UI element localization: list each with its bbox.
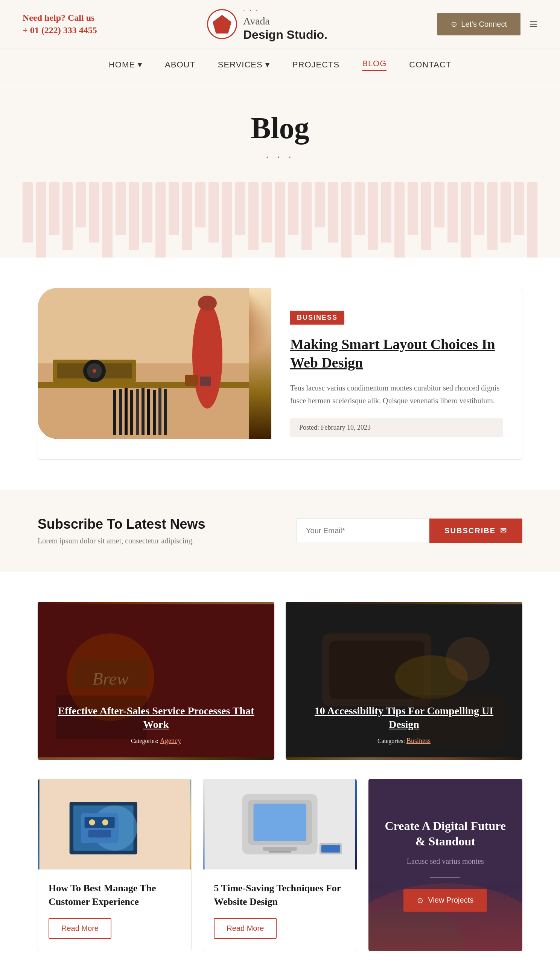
stripe	[261, 182, 272, 243]
stripe	[368, 182, 378, 250]
stripe	[222, 182, 232, 257]
stripe	[328, 182, 338, 243]
svg-point-41	[102, 819, 109, 826]
stripe	[461, 182, 471, 257]
page-title: Blog	[23, 111, 537, 145]
svg-point-17	[93, 369, 96, 373]
blog-card-2-content: 5 Time-Saving Techniques For Website Des…	[203, 870, 356, 951]
subscribe-button-label: SUBSCRIBE	[445, 526, 496, 535]
category-label-1: Categories:	[131, 738, 160, 744]
stripe	[195, 182, 206, 228]
cta-card: Create A Digital Future & Standout Lacus…	[368, 779, 523, 951]
stripe	[288, 182, 299, 235]
subscribe-text: Subscribe To Latest News Lorem ipsum dol…	[37, 516, 205, 545]
stripe	[62, 182, 73, 250]
stripe	[421, 182, 431, 250]
subscribe-section: Subscribe To Latest News Lorem ipsum dol…	[0, 490, 560, 572]
svg-rect-21	[200, 376, 211, 386]
svg-rect-7	[136, 389, 139, 435]
read-more-button-2[interactable]: Read More	[214, 918, 277, 939]
stripe	[354, 182, 365, 235]
blog-card-2-image	[203, 779, 356, 870]
overlay-card-2-title: 10 Accessibility Tips For Compelling UI …	[301, 704, 507, 732]
logo-brand: Avada	[243, 15, 270, 27]
stripe	[302, 182, 312, 250]
logo-subtitle: Design Studio.	[243, 28, 328, 42]
svg-rect-51	[321, 845, 340, 853]
stripe	[527, 182, 537, 257]
phone-number: + 01 (222) 333 4455	[23, 24, 97, 37]
stripe	[156, 182, 166, 257]
view-projects-button[interactable]: ⊙ View Projects	[403, 889, 487, 912]
svg-rect-10	[153, 390, 156, 435]
post-date: Posted: February 10, 2023	[290, 418, 503, 437]
svg-rect-3	[113, 390, 116, 435]
svg-rect-12	[164, 389, 167, 435]
connect-button[interactable]: ⊙ Let's Connect	[437, 13, 521, 36]
logo-diamond	[213, 15, 231, 34]
svg-rect-49	[269, 851, 291, 853]
featured-excerpt: Teus lacusc varius condimentum montes cu…	[290, 381, 503, 407]
stripe	[49, 182, 60, 235]
subscribe-title: Subscribe To Latest News	[37, 516, 205, 532]
stripe	[208, 182, 219, 243]
circle-icon: ⊙	[451, 20, 457, 29]
hero-section: Blog · · ·	[0, 81, 560, 257]
overlay-card-1[interactable]: Brew Effective After-Sales Service Proce…	[37, 602, 274, 760]
hero-dots: · · ·	[23, 151, 537, 163]
stripe	[169, 182, 179, 235]
circle-icon-2: ⊙	[417, 896, 424, 905]
stripe	[487, 182, 498, 250]
logo-dots: · · ·	[243, 7, 259, 14]
main-nav: HOME ▾ ABOUT SERVICES ▾ PROJECTS BLOG CO…	[0, 49, 560, 81]
overlay-card-2[interactable]: 10 Accessibility Tips For Compelling UI …	[286, 602, 523, 760]
subscribe-button[interactable]: SUBSCRIBE ✉	[429, 518, 523, 543]
nav-item-blog[interactable]: BLOG	[362, 59, 386, 71]
blog-card-2-svg	[203, 779, 356, 870]
blog-card-1: How To Best Manage The Customer Experien…	[37, 779, 192, 951]
logo-icon	[207, 9, 237, 39]
featured-content: BUSINESS Making Smart Layout Choices In …	[271, 288, 522, 459]
nav-item-about[interactable]: ABOUT	[165, 60, 195, 70]
nav-item-services[interactable]: SERVICES ▾	[218, 60, 270, 70]
email-input[interactable]	[297, 518, 429, 543]
stripe	[381, 182, 391, 243]
blog-card-1-title: How To Best Manage The Customer Experien…	[49, 881, 181, 909]
stripe	[142, 182, 153, 243]
stripe	[315, 182, 325, 228]
overlay-card-1-title: Effective After-Sales Service Processes …	[53, 704, 259, 732]
stripe	[407, 182, 418, 235]
svg-point-19	[198, 296, 217, 311]
svg-rect-11	[158, 388, 161, 435]
logo-brand-name: Avada Design Studio.	[243, 15, 328, 42]
svg-rect-6	[130, 390, 133, 435]
nav-item-projects[interactable]: PROJECTS	[292, 60, 339, 70]
category-link-2[interactable]: Business	[406, 737, 430, 744]
subscribe-subtitle: Lorem ipsum dolor sit amet, consectetur …	[37, 537, 205, 545]
cta-bg-svg	[368, 876, 523, 951]
email-icon: ✉	[500, 526, 507, 535]
blog-card-1-svg	[38, 779, 191, 870]
stripe	[474, 182, 484, 235]
nav-item-home[interactable]: HOME ▾	[109, 60, 142, 70]
cta-subtitle: Lacusc sed varius montes	[407, 857, 484, 866]
stripe	[434, 182, 445, 228]
overlay-posts-grid: Brew Effective After-Sales Service Proce…	[37, 602, 523, 760]
hamburger-menu[interactable]: ≡	[529, 16, 537, 32]
stripe	[129, 182, 139, 250]
stripe	[341, 182, 352, 257]
read-more-button-1[interactable]: Read More	[49, 918, 111, 939]
category-link-1[interactable]: Agency	[160, 737, 181, 744]
blog-card-1-image	[38, 779, 191, 870]
featured-image-svg	[38, 288, 249, 439]
nav-item-contact[interactable]: CONTACT	[409, 60, 451, 70]
top-bar: Need help? Call us + 01 (222) 333 4455 ·…	[0, 0, 560, 49]
svg-rect-47	[254, 804, 306, 841]
category-label-2: Categories:	[377, 738, 406, 744]
stripe	[23, 182, 33, 243]
connect-button-label: Let's Connect	[461, 20, 507, 29]
blog-card-2-title: 5 Time-Saving Techniques For Website Des…	[214, 881, 346, 909]
top-bar-actions: ⊙ Let's Connect ≡	[437, 13, 537, 36]
svg-rect-42	[88, 830, 111, 837]
logo: · · · Avada Design Studio.	[207, 7, 328, 42]
